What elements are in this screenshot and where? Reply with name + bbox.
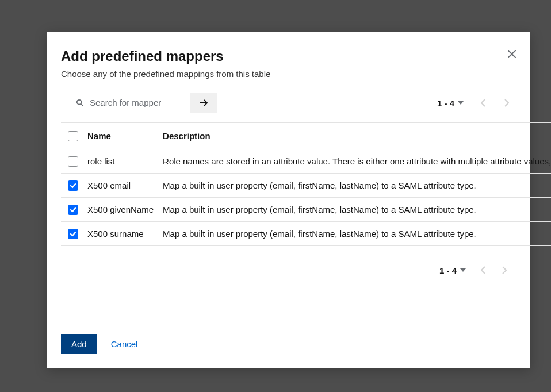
column-header-description: Description: [158, 123, 551, 149]
select-all-checkbox[interactable]: [68, 131, 78, 141]
table-row: X500 givenNameMap a built in user proper…: [61, 198, 551, 222]
row-checkbox[interactable]: [68, 205, 78, 215]
svg-line-1: [81, 103, 83, 105]
row-description: Map a built in user property (email, fir…: [158, 222, 551, 245]
row-name: X500 surname: [83, 222, 158, 245]
page-range-label: 1 - 4: [437, 98, 454, 108]
row-description: Map a built in user property (email, fir…: [158, 174, 551, 197]
modal-title: Add predefined mappers: [61, 48, 514, 64]
modal-subtitle: Choose any of the predefined mappings fr…: [61, 69, 514, 79]
page-range-dropdown[interactable]: 1 - 4: [433, 95, 468, 112]
chevron-right-icon: [504, 99, 509, 107]
page-range-label: 1 - 4: [439, 266, 457, 275]
search-input[interactable]: [70, 93, 190, 113]
chevron-left-icon: [481, 99, 486, 107]
cancel-button[interactable]: Cancel: [109, 334, 140, 354]
close-button[interactable]: [504, 46, 520, 62]
page-range-dropdown-bottom[interactable]: 1 - 4: [435, 262, 470, 279]
add-predefined-mappers-modal: Add predefined mappers Choose any of the…: [47, 32, 530, 368]
pagination-top: 1 - 4: [433, 93, 516, 113]
chevron-right-icon: [502, 266, 507, 274]
row-name: X500 email: [83, 174, 158, 197]
table-row: X500 emailMap a built in user property (…: [61, 174, 551, 198]
row-description: Role names are stored in an attribute va…: [158, 149, 551, 173]
row-name: role list: [83, 149, 158, 173]
page-prev-button[interactable]: [473, 260, 493, 280]
row-checkbox[interactable]: [68, 180, 78, 191]
add-button[interactable]: Add: [61, 334, 97, 354]
search-icon: [76, 99, 84, 107]
page-next-button[interactable]: [496, 93, 516, 113]
table-row: X500 surnameMap a built in user property…: [61, 222, 551, 246]
table-toolbar: 1 - 4: [61, 93, 530, 122]
page-next-button[interactable]: [493, 260, 514, 280]
search-submit-button[interactable]: [190, 93, 217, 113]
caret-down-icon: [458, 101, 464, 105]
pagination-bottom: 1 - 4: [61, 246, 530, 280]
chevron-left-icon: [481, 266, 486, 274]
row-name: X500 givenName: [83, 198, 158, 221]
table-row: role listRole names are stored in an att…: [61, 149, 551, 174]
page-prev-button[interactable]: [473, 93, 493, 113]
row-description: Map a built in user property (email, fir…: [158, 198, 551, 221]
caret-down-icon: [460, 268, 466, 272]
row-checkbox[interactable]: [68, 229, 78, 239]
arrow-right-icon: [199, 98, 208, 107]
mappers-table: Name Description role listRole names are…: [61, 122, 551, 246]
modal-footer: Add Cancel: [61, 334, 140, 354]
column-header-name: Name: [83, 123, 158, 149]
row-checkbox[interactable]: [68, 156, 78, 167]
close-icon: [508, 50, 516, 58]
